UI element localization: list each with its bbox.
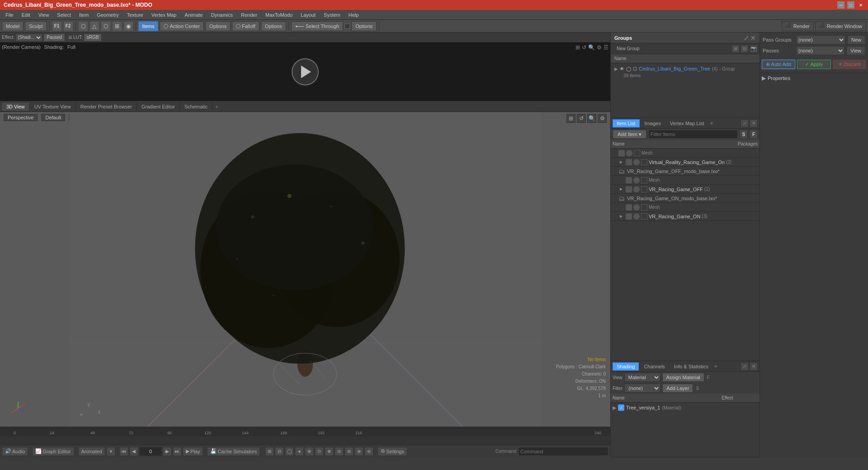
tab-gradienteditor[interactable]: Gradient Editor [137,103,180,111]
add-item-btn[interactable]: Add Item ▾ [613,130,646,139]
list-item[interactable]: Mesh [611,176,760,185]
g-icon2[interactable]: ⊟ [741,45,749,53]
pb-ctrl3[interactable]: ◯ [285,447,294,456]
menu-render[interactable]: Render [237,11,261,19]
effects-dropdown[interactable]: (Shadi... [15,33,42,42]
view-select[interactable]: Material [624,373,660,382]
apply-btn[interactable]: ✓ Apply [797,60,830,69]
options3-btn[interactable]: Options [351,21,377,31]
preview-ctrl3[interactable]: 🔍 [588,44,595,51]
new-passgroup-btn[interactable]: New [847,35,865,44]
pb-ctrl5[interactable]: ⊕ [305,447,314,456]
command-input[interactable] [518,447,609,456]
group-expand-icon[interactable]: ▶ [614,66,618,71]
tool4[interactable]: ⊞ [112,21,122,31]
preview-ctrl4[interactable]: ⚙ [597,44,602,51]
il-eye-icon5[interactable] [626,213,632,220]
tab-renderpreset[interactable]: Render Preset Browser [76,103,137,111]
menu-layout[interactable]: Layout [297,11,319,19]
preview-ctrl2[interactable]: ↺ [582,44,586,51]
il-render-icon[interactable] [626,150,632,156]
menu-view[interactable]: View [35,11,53,19]
pb-ctrl8[interactable]: ⊘ [335,447,344,456]
timeline-bar[interactable] [0,436,610,445]
il-eye-icon[interactable] [626,159,632,165]
shading-expand-icon[interactable]: ▶ [613,405,616,411]
menu-dynamics[interactable]: Dynamics [208,11,236,19]
play-btn[interactable]: ▶ Play [183,447,203,456]
f2-btn[interactable]: F2 [63,21,73,31]
il-render-icon5[interactable] [633,213,640,220]
menu-select[interactable]: Select [53,11,75,19]
next-frame-btn[interactable]: ▶ [163,447,172,456]
assign-material-btn[interactable]: Assign Material [662,373,704,382]
list-item[interactable]: ▶ VR_Racing_Game_OFF (1) [611,185,760,194]
animated-btn[interactable]: Animated [78,447,105,456]
menu-edit[interactable]: Edit [18,11,34,19]
f1-btn[interactable]: F1 [52,21,62,31]
discard-btn[interactable]: ✕ Discard [833,60,866,69]
list-item[interactable]: ▶ VR_Racing_Game_ON (3) [611,212,760,221]
il-search-f[interactable]: F [750,130,758,139]
shading-expand-btn[interactable]: ⤢ [741,362,749,371]
select-through-btn[interactable]: ⟵ Select Through [291,21,343,31]
il-expand-btn[interactable]: ⤢ [741,119,749,127]
pass-groups-select[interactable]: (none) [796,35,845,44]
group-item[interactable]: ▶ 👁 ◯ ☐ Cedrus_Libani_Big_Green_Tree (4)… [613,65,758,72]
cache-simulators-btn[interactable]: 💾 Cache Simulators [207,447,260,456]
minimize-button[interactable]: ─ [837,1,844,9]
list-item[interactable]: ▶ Virtual_Reality_Racing_Game_On (2) [611,158,760,167]
menu-vertexmap[interactable]: Vertex Map [148,11,180,19]
pb-ctrl6[interactable]: ⊙ [315,447,324,456]
new-group-btn[interactable]: New Group [613,45,644,52]
menu-texture[interactable]: Texture [123,11,147,19]
tab-uvtexture[interactable]: UV Texture View [30,103,76,111]
prev-frame-btn[interactable]: ◀ [129,447,138,456]
render-btn[interactable]: ⬛ Render [782,21,814,31]
shading-row[interactable]: ▶ ✓ Tree_versiya_1 (Material) [611,403,760,413]
il-render-icon[interactable] [633,159,640,165]
tab-schematic[interactable]: Schematic [180,103,212,111]
tab-channels[interactable]: Channels [640,362,669,371]
tab-3dview[interactable]: 3D View [2,103,30,111]
next-key-btn[interactable]: ⏭ [173,447,182,456]
shading-content[interactable]: ▶ ✓ Tree_versiya_1 (Material) [611,403,760,457]
preview-play-button[interactable] [292,58,319,85]
menu-help[interactable]: Help [345,11,363,19]
model-btn[interactable]: Model [2,21,24,31]
maximize-button[interactable]: □ [847,1,854,9]
prev-key-btn[interactable]: ⏮ [119,447,128,456]
il-render-icon2[interactable] [633,177,640,183]
list-item[interactable]: Mesh [611,149,760,158]
shading-close-btn[interactable]: ✕ [750,362,758,371]
pb-ctrl2[interactable]: ⊟ [275,447,284,456]
il-eye-icon[interactable] [618,150,625,156]
menu-geometry[interactable]: Geometry [93,11,122,19]
g-icon1[interactable]: ⊞ [731,45,740,53]
items-btn[interactable]: Items [138,21,159,31]
falloff-btn[interactable]: Falloff [232,21,259,31]
options1-btn[interactable]: Options [205,21,231,31]
il-eye-icon4[interactable] [626,204,632,211]
timeline[interactable]: 0 24 48 72 96 120 144 168 192 216 240 [0,427,610,445]
menu-item[interactable]: Item [75,11,92,19]
animated-dropdown[interactable]: ▾ [106,447,115,456]
tab-vertex-map[interactable]: Vertex Map List [666,119,708,127]
il-render-icon4[interactable] [633,204,640,211]
item-list-content[interactable]: Mesh ▶ Virtual_Reality_Racing_Game_On (2… [611,149,760,361]
audio-btn[interactable]: 🔊 Audio [2,447,28,456]
pb-ctrl11[interactable]: ⊜ [364,447,373,456]
close-button[interactable]: ✕ [857,1,864,9]
pb-ctrl4[interactable]: ● [295,447,304,456]
pb-ctrl9[interactable]: ⊚ [344,447,354,456]
graph-editor-btn[interactable]: 📈 Graph Editor [32,447,74,456]
auto-add-btn[interactable]: ⊕ Auto Add [762,60,795,69]
il-eye-icon2[interactable] [626,177,632,183]
list-item[interactable]: 🗂 VR_Racing_Game_ON_modo_base.lxo* [611,194,760,203]
options2-btn[interactable]: Options [261,21,286,31]
settings-btn[interactable]: ⚙ Settings [377,447,407,456]
menu-file[interactable]: File [2,11,17,19]
il-expand-arrow3[interactable]: ▶ [620,214,624,218]
preview-ctrl5[interactable]: ☰ [604,44,609,51]
menu-maxtomodo[interactable]: MaxToModo [262,11,296,19]
